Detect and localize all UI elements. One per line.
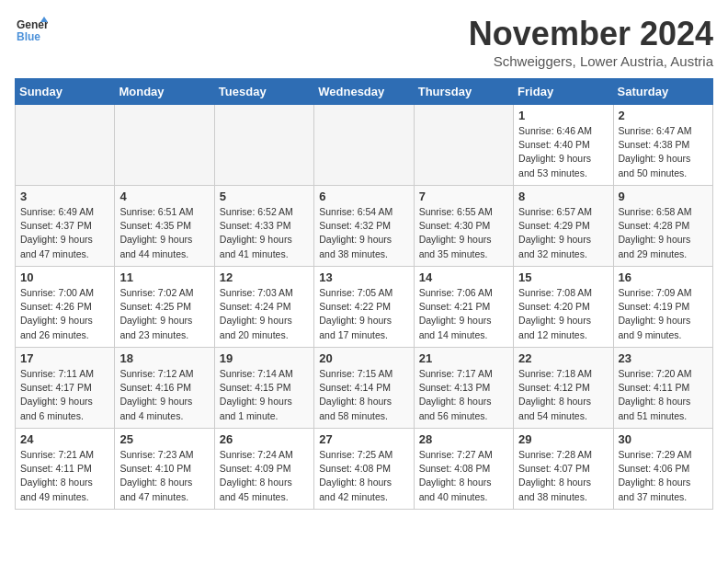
day-number: 23 bbox=[619, 351, 708, 365]
location-subtitle: Schweiggers, Lower Austria, Austria bbox=[469, 53, 713, 69]
day-info: Sunrise: 7:23 AMSunset: 4:10 PMDaylight:… bbox=[119, 448, 209, 504]
day-number: 5 bbox=[220, 190, 309, 203]
calendar-table: SundayMondayTuesdayWednesdayThursdayFrid… bbox=[15, 78, 713, 510]
day-number: 26 bbox=[220, 432, 309, 446]
calendar-cell: 18Sunrise: 7:12 AMSunset: 4:16 PMDayligh… bbox=[115, 348, 214, 429]
day-info: Sunrise: 7:02 AMSunset: 4:25 PMDaylight:… bbox=[119, 286, 209, 342]
day-info: Sunrise: 7:29 AMSunset: 4:06 PMDaylight:… bbox=[619, 448, 708, 504]
day-number: 13 bbox=[319, 270, 408, 284]
day-number: 30 bbox=[619, 432, 708, 446]
logo-icon: General Blue bbox=[15, 15, 48, 48]
calendar-cell: 7Sunrise: 6:55 AMSunset: 4:30 PMDaylight… bbox=[414, 186, 513, 267]
day-number: 17 bbox=[20, 351, 109, 365]
week-row-1: 1Sunrise: 6:46 AMSunset: 4:40 PMDaylight… bbox=[16, 105, 713, 186]
day-number: 10 bbox=[20, 270, 109, 284]
day-number: 28 bbox=[419, 432, 508, 446]
day-info: Sunrise: 6:49 AMSunset: 4:37 PMDaylight:… bbox=[20, 205, 109, 261]
col-header-thursday: Thursday bbox=[414, 79, 513, 105]
calendar-cell: 1Sunrise: 6:46 AMSunset: 4:40 PMDaylight… bbox=[514, 105, 613, 186]
calendar-cell: 14Sunrise: 7:06 AMSunset: 4:21 PMDayligh… bbox=[414, 267, 513, 348]
day-number: 15 bbox=[518, 270, 608, 284]
day-info: Sunrise: 7:05 AMSunset: 4:22 PMDaylight:… bbox=[319, 286, 408, 342]
day-number: 7 bbox=[419, 190, 508, 203]
calendar-cell: 25Sunrise: 7:23 AMSunset: 4:10 PMDayligh… bbox=[115, 429, 214, 510]
calendar-cell: 27Sunrise: 7:25 AMSunset: 4:08 PMDayligh… bbox=[314, 429, 414, 510]
calendar-cell bbox=[115, 105, 214, 186]
day-number: 14 bbox=[419, 270, 508, 284]
day-info: Sunrise: 6:55 AMSunset: 4:30 PMDaylight:… bbox=[419, 205, 508, 261]
col-header-sunday: Sunday bbox=[16, 79, 115, 105]
page-header: General Blue November 2024 Schweiggers, … bbox=[15, 15, 713, 69]
day-info: Sunrise: 7:12 AMSunset: 4:16 PMDaylight:… bbox=[119, 367, 209, 423]
day-info: Sunrise: 7:25 AMSunset: 4:08 PMDaylight:… bbox=[319, 448, 408, 504]
title-area: November 2024 Schweiggers, Lower Austria… bbox=[469, 15, 713, 69]
calendar-cell: 23Sunrise: 7:20 AMSunset: 4:11 PMDayligh… bbox=[613, 348, 712, 429]
day-number: 4 bbox=[119, 190, 209, 203]
calendar-cell: 9Sunrise: 6:58 AMSunset: 4:28 PMDaylight… bbox=[613, 186, 712, 267]
calendar-cell: 4Sunrise: 6:51 AMSunset: 4:35 PMDaylight… bbox=[115, 186, 214, 267]
day-info: Sunrise: 7:21 AMSunset: 4:11 PMDaylight:… bbox=[20, 448, 109, 504]
day-number: 20 bbox=[319, 351, 408, 365]
calendar-cell: 30Sunrise: 7:29 AMSunset: 4:06 PMDayligh… bbox=[613, 429, 712, 510]
day-info: Sunrise: 7:14 AMSunset: 4:15 PMDaylight:… bbox=[220, 367, 309, 423]
calendar-cell: 20Sunrise: 7:15 AMSunset: 4:14 PMDayligh… bbox=[314, 348, 414, 429]
day-info: Sunrise: 6:58 AMSunset: 4:28 PMDaylight:… bbox=[619, 205, 708, 261]
day-info: Sunrise: 7:24 AMSunset: 4:09 PMDaylight:… bbox=[220, 448, 309, 504]
week-row-4: 17Sunrise: 7:11 AMSunset: 4:17 PMDayligh… bbox=[16, 348, 713, 429]
calendar-cell: 22Sunrise: 7:18 AMSunset: 4:12 PMDayligh… bbox=[514, 348, 613, 429]
calendar-cell: 5Sunrise: 6:52 AMSunset: 4:33 PMDaylight… bbox=[214, 186, 313, 267]
calendar-cell: 24Sunrise: 7:21 AMSunset: 4:11 PMDayligh… bbox=[16, 429, 115, 510]
calendar-cell: 19Sunrise: 7:14 AMSunset: 4:15 PMDayligh… bbox=[214, 348, 313, 429]
col-header-wednesday: Wednesday bbox=[314, 79, 414, 105]
svg-text:Blue: Blue bbox=[17, 30, 40, 43]
day-info: Sunrise: 7:27 AMSunset: 4:08 PMDaylight:… bbox=[419, 448, 508, 504]
day-info: Sunrise: 7:20 AMSunset: 4:11 PMDaylight:… bbox=[619, 367, 708, 423]
day-number: 21 bbox=[419, 351, 508, 365]
calendar-cell bbox=[16, 105, 115, 186]
day-info: Sunrise: 6:54 AMSunset: 4:32 PMDaylight:… bbox=[319, 205, 408, 261]
day-number: 9 bbox=[619, 190, 708, 203]
calendar-cell: 28Sunrise: 7:27 AMSunset: 4:08 PMDayligh… bbox=[414, 429, 513, 510]
calendar-cell: 15Sunrise: 7:08 AMSunset: 4:20 PMDayligh… bbox=[514, 267, 613, 348]
calendar-header-row: SundayMondayTuesdayWednesdayThursdayFrid… bbox=[16, 79, 713, 105]
week-row-3: 10Sunrise: 7:00 AMSunset: 4:26 PMDayligh… bbox=[16, 267, 713, 348]
day-number: 8 bbox=[518, 190, 608, 203]
day-number: 29 bbox=[518, 432, 608, 446]
day-number: 24 bbox=[20, 432, 109, 446]
week-row-5: 24Sunrise: 7:21 AMSunset: 4:11 PMDayligh… bbox=[16, 429, 713, 510]
col-header-tuesday: Tuesday bbox=[214, 79, 313, 105]
day-info: Sunrise: 7:00 AMSunset: 4:26 PMDaylight:… bbox=[20, 286, 109, 342]
day-number: 3 bbox=[20, 190, 109, 203]
calendar-cell bbox=[314, 105, 414, 186]
day-number: 22 bbox=[518, 351, 608, 365]
day-info: Sunrise: 6:52 AMSunset: 4:33 PMDaylight:… bbox=[220, 205, 309, 261]
day-info: Sunrise: 7:17 AMSunset: 4:13 PMDaylight:… bbox=[419, 367, 508, 423]
calendar-cell: 29Sunrise: 7:28 AMSunset: 4:07 PMDayligh… bbox=[514, 429, 613, 510]
day-number: 2 bbox=[619, 109, 708, 122]
calendar-cell: 8Sunrise: 6:57 AMSunset: 4:29 PMDaylight… bbox=[514, 186, 613, 267]
calendar-cell: 16Sunrise: 7:09 AMSunset: 4:19 PMDayligh… bbox=[613, 267, 712, 348]
col-header-friday: Friday bbox=[514, 79, 613, 105]
calendar-cell: 6Sunrise: 6:54 AMSunset: 4:32 PMDaylight… bbox=[314, 186, 414, 267]
day-number: 27 bbox=[319, 432, 408, 446]
day-info: Sunrise: 6:47 AMSunset: 4:38 PMDaylight:… bbox=[619, 124, 708, 180]
calendar-cell: 26Sunrise: 7:24 AMSunset: 4:09 PMDayligh… bbox=[214, 429, 313, 510]
day-number: 18 bbox=[119, 351, 209, 365]
day-info: Sunrise: 6:51 AMSunset: 4:35 PMDaylight:… bbox=[119, 205, 209, 261]
calendar-cell: 3Sunrise: 6:49 AMSunset: 4:37 PMDaylight… bbox=[16, 186, 115, 267]
calendar-cell: 2Sunrise: 6:47 AMSunset: 4:38 PMDaylight… bbox=[613, 105, 712, 186]
day-info: Sunrise: 7:08 AMSunset: 4:20 PMDaylight:… bbox=[518, 286, 608, 342]
day-number: 25 bbox=[119, 432, 209, 446]
col-header-saturday: Saturday bbox=[613, 79, 712, 105]
day-info: Sunrise: 6:57 AMSunset: 4:29 PMDaylight:… bbox=[518, 205, 608, 261]
calendar-cell bbox=[414, 105, 513, 186]
day-info: Sunrise: 7:28 AMSunset: 4:07 PMDaylight:… bbox=[518, 448, 608, 504]
month-title: November 2024 bbox=[469, 15, 713, 53]
calendar-cell: 21Sunrise: 7:17 AMSunset: 4:13 PMDayligh… bbox=[414, 348, 513, 429]
day-info: Sunrise: 7:03 AMSunset: 4:24 PMDaylight:… bbox=[220, 286, 309, 342]
day-number: 16 bbox=[619, 270, 708, 284]
day-number: 11 bbox=[119, 270, 209, 284]
day-number: 12 bbox=[220, 270, 309, 284]
col-header-monday: Monday bbox=[115, 79, 214, 105]
day-info: Sunrise: 6:46 AMSunset: 4:40 PMDaylight:… bbox=[518, 124, 608, 180]
